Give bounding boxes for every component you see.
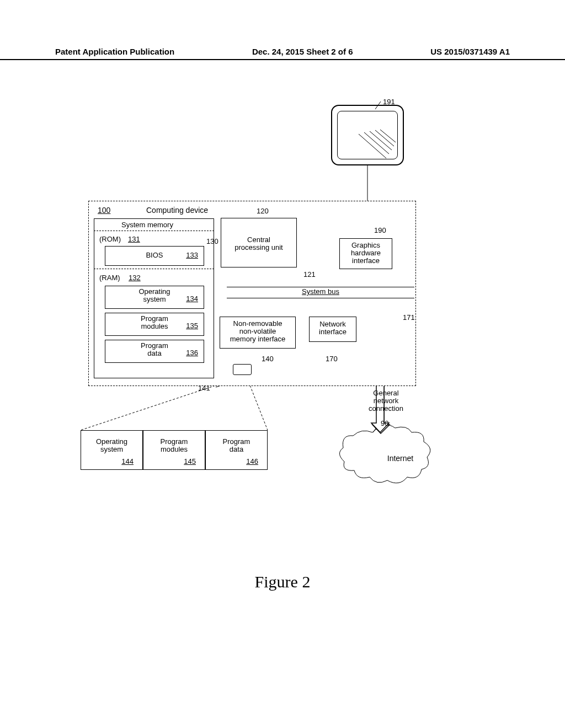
figure-caption: Figure 2 <box>0 572 565 591</box>
pm-label: Program modules <box>141 314 168 330</box>
ref-141: 141 <box>198 384 210 392</box>
cpu-label: Central processing unit <box>234 235 282 251</box>
pdd-label: Program data <box>223 437 250 453</box>
computing-device-title: Computing device <box>146 206 208 215</box>
graphics-label: Graphics hardware interface <box>351 241 381 265</box>
pmd-label: Program modules <box>161 437 188 453</box>
svg-line-15 <box>81 378 237 430</box>
ref-171: 171 <box>403 313 415 322</box>
bios-num: 133 <box>186 247 198 264</box>
ref-121: 121 <box>303 270 316 279</box>
ref-100: 100 <box>98 206 110 215</box>
ref-190: 190 <box>374 226 386 234</box>
pd-num: 136 <box>186 349 198 357</box>
os-label: Operating system <box>138 287 170 303</box>
ref-140: 140 <box>262 355 274 363</box>
system-bus: System bus <box>227 287 414 298</box>
ram-label: (RAM) <box>99 274 120 282</box>
ref-191: 191 <box>383 98 395 106</box>
internet-cloud: Internet <box>349 431 451 486</box>
pd-label: Program data <box>141 341 168 357</box>
ref-90: 90 <box>381 419 388 427</box>
osd-label: Operating system <box>96 437 127 453</box>
ram-num: 132 <box>129 274 141 282</box>
pm-box: Program modules 135 <box>105 313 204 336</box>
osd-num: 144 <box>121 458 134 465</box>
os-num: 134 <box>186 295 198 303</box>
os-box: Operating system 134 <box>105 286 204 309</box>
bios-label: BIOS <box>146 251 163 259</box>
monitor-icon <box>331 105 404 165</box>
ref-120: 120 <box>257 207 269 215</box>
gnc-label: General network connection <box>369 389 403 413</box>
ref-170: 170 <box>326 355 338 363</box>
pmd-box: Program modules 145 <box>143 430 205 470</box>
pd-box: Program data 136 <box>105 340 204 363</box>
hdd-icon <box>233 364 252 375</box>
pdd-box: Program data 146 <box>205 430 268 470</box>
bios-box: BIOS 133 <box>105 246 204 266</box>
pmd-num: 145 <box>184 458 196 465</box>
header-left: Patent Application Publication <box>55 47 174 56</box>
netif-label: Network interface <box>319 320 347 336</box>
nonremov-box: Non-removable non-volatile memory interf… <box>220 317 296 349</box>
header-right: US 2015/0371439 A1 <box>430 47 510 56</box>
svg-line-16 <box>247 378 268 430</box>
diagram: 191 100 Computing device System memory (… <box>72 94 480 513</box>
netif-box: Network interface <box>309 317 356 342</box>
nonremov-label: Non-removable non-volatile memory interf… <box>230 319 285 343</box>
ref-130: 130 <box>206 237 218 245</box>
pm-num: 135 <box>186 322 198 330</box>
cpu-box: Central processing unit <box>221 218 297 267</box>
system-memory-title: System memory <box>121 221 173 229</box>
pdd-num: 146 <box>246 458 258 465</box>
header-center: Dec. 24, 2015 Sheet 2 of 6 <box>252 47 353 56</box>
graphics-box: Graphics hardware interface <box>339 238 392 269</box>
osd-box: Operating system 144 <box>81 430 143 470</box>
